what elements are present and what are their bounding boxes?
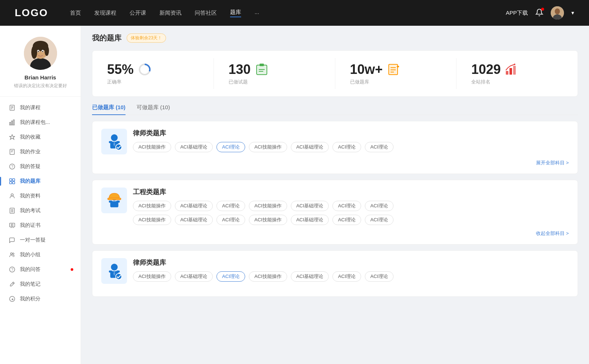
navbar-right: APP下载 ▾: [506, 6, 574, 19]
nav-more[interactable]: ···: [254, 10, 259, 16]
sidebar-item-my-group[interactable]: 我的小组: [0, 247, 81, 262]
sidebar-item-course-packages[interactable]: 我的课程包...: [0, 115, 81, 130]
sidebar-label-my-group: 我的小组: [20, 251, 40, 258]
nav-home[interactable]: 首页: [70, 10, 81, 17]
sidebar-label-my-points: 我的积分: [20, 296, 40, 302]
svg-point-37: [11, 253, 13, 255]
qbank-tag[interactable]: ACI技能操作: [249, 142, 287, 152]
qbank-tag[interactable]: ACI基础理论: [175, 142, 213, 152]
tab-available[interactable]: 可做题库 (10): [137, 104, 170, 115]
sidebar-profile: Brian Harris 错误的决定比没有决定要好: [0, 37, 81, 97]
sidebar-item-my-qbank[interactable]: 我的题库: [0, 174, 81, 189]
qbank-tag[interactable]: ACI理论: [365, 142, 394, 152]
svg-rect-60: [513, 66, 516, 75]
svg-point-62: [111, 134, 117, 141]
svg-rect-29: [13, 182, 15, 184]
user-avatar[interactable]: [551, 6, 564, 19]
qbank-tag[interactable]: ACI基础理论: [291, 271, 329, 282]
sidebar-item-my-info[interactable]: 我的资料: [0, 189, 81, 203]
tab-done[interactable]: 已做题库 (10): [92, 104, 126, 115]
sidebar-label-my-info: 我的资料: [20, 193, 40, 199]
qbank-tag[interactable]: ACI理论: [216, 215, 245, 225]
qbank-tag[interactable]: ACI基础理论: [175, 201, 213, 211]
qbank-tag[interactable]: ACI技能操作: [133, 215, 171, 225]
qbank-tag[interactable]: ACI理论: [365, 215, 394, 225]
app-download-button[interactable]: APP下载: [506, 10, 528, 17]
nav-qbank[interactable]: 题库: [230, 9, 241, 17]
expand-link-1[interactable]: 展开全部科目 >: [536, 160, 569, 166]
sidebar: Brian Harris 错误的决定比没有决定要好 我的课程 我的课程包...: [0, 26, 81, 364]
svg-rect-19: [13, 120, 14, 125]
qbank-tag[interactable]: ACI基础理论: [175, 215, 213, 225]
sidebar-label-my-questions: 我的问答: [20, 266, 40, 273]
svg-point-38: [13, 253, 14, 254]
nav-courses[interactable]: 发现课程: [94, 10, 116, 17]
qbank-tag[interactable]: ACI理论: [332, 201, 361, 211]
qbank-tag[interactable]: ACI理论: [365, 271, 394, 282]
sidebar-item-my-courses[interactable]: 我的课程: [0, 100, 81, 115]
sidebar-item-homework[interactable]: 我的作业: [0, 144, 81, 159]
rank-chart-icon: [505, 63, 518, 76]
sidebar-item-my-qa[interactable]: ? 我的答疑: [0, 159, 81, 174]
qbank-tag[interactable]: ACI基础理论: [291, 142, 329, 152]
svg-rect-18: [11, 121, 13, 125]
clipboard-icon: [255, 63, 268, 76]
sidebar-label-one-one-qa: 一对一答疑: [20, 237, 46, 243]
sidebar-item-my-exam[interactable]: 我的考试: [0, 203, 81, 218]
svg-point-46: [141, 66, 148, 73]
qbank-tag[interactable]: ACI理论: [216, 201, 245, 211]
sidebar-item-favorites[interactable]: 我的收藏: [0, 130, 81, 144]
qbank-tag[interactable]: ACI技能操作: [133, 271, 171, 282]
grid-icon: [9, 178, 15, 185]
qbank-tag[interactable]: ACI理论: [332, 142, 361, 152]
nav-open[interactable]: 公开课: [130, 10, 146, 17]
sidebar-label-course-packages: 我的课程包...: [20, 119, 50, 126]
qbank-tag-active[interactable]: ACI理论: [216, 142, 245, 152]
sidebar-item-my-questions[interactable]: ? 我的问答: [0, 262, 81, 277]
sidebar-item-one-one-qa[interactable]: 一对一答疑: [0, 233, 81, 247]
stat-done-questions-value: 130: [229, 62, 251, 77]
qbank-card-2-title: 工程类题库: [133, 188, 569, 196]
qbank-card-1-title: 律师类题库: [133, 129, 569, 138]
svg-point-78: [116, 273, 122, 279]
qbank-tag[interactable]: ACI技能操作: [249, 215, 287, 225]
profile-name: Brian Harris: [25, 74, 56, 81]
nav-qa[interactable]: 问答社区: [195, 10, 217, 17]
note-icon: [9, 207, 15, 214]
nav-news[interactable]: 新闻资讯: [159, 10, 181, 17]
qbank-tag[interactable]: ACI基础理论: [291, 215, 329, 225]
sidebar-item-my-points[interactable]: ★ 我的积分: [0, 292, 81, 306]
stat-rank: 1029 全站排名: [456, 58, 578, 89]
qbank-tag[interactable]: ACI基础理论: [291, 201, 329, 211]
svg-text:★: ★: [11, 297, 14, 301]
svg-point-11: [38, 51, 39, 52]
qbank-tag[interactable]: ACI理论: [332, 215, 361, 225]
sidebar-label-certificate: 我的证书: [20, 222, 40, 229]
question-icon: ?: [9, 163, 15, 170]
notification-dot: [541, 8, 544, 11]
qbank-tag[interactable]: ACI理论: [332, 271, 361, 282]
doc-icon: [9, 149, 15, 155]
sidebar-label-my-notes: 我的笔记: [20, 281, 40, 288]
svg-rect-65: [116, 141, 120, 143]
star-icon: [9, 134, 15, 140]
svg-rect-70: [109, 200, 112, 203]
collapse-link-2[interactable]: 收起全部科目 >: [536, 230, 569, 237]
sidebar-item-my-notes[interactable]: 我的笔记: [0, 277, 81, 292]
svg-point-73: [111, 264, 117, 270]
logo[interactable]: LOGO: [15, 7, 48, 19]
user-dropdown-arrow[interactable]: ▾: [571, 10, 574, 16]
qbank-tag[interactable]: ACI理论: [365, 201, 394, 211]
profile-avatar: [24, 37, 57, 70]
qbank-tag[interactable]: ACI技能操作: [133, 201, 171, 211]
qbank-tag[interactable]: ACI技能操作: [249, 271, 287, 282]
qbank-card-2-header: 工程类题库 ACI技能操作 ACI基础理论 ACI理论 ACI技能操作 ACI基…: [101, 188, 569, 225]
qbank-tag-active[interactable]: ACI理论: [216, 271, 245, 282]
qbank-tag[interactable]: ACI基础理论: [175, 271, 213, 282]
qbank-card-2-icon: [101, 188, 127, 213]
sidebar-label-my-qbank: 我的题库: [20, 178, 40, 185]
qbank-tag[interactable]: ACI技能操作: [249, 201, 287, 211]
qbank-tag[interactable]: ACI技能操作: [133, 142, 171, 152]
notification-bell[interactable]: [535, 8, 543, 18]
sidebar-item-certificate[interactable]: 我的证书: [0, 218, 81, 233]
